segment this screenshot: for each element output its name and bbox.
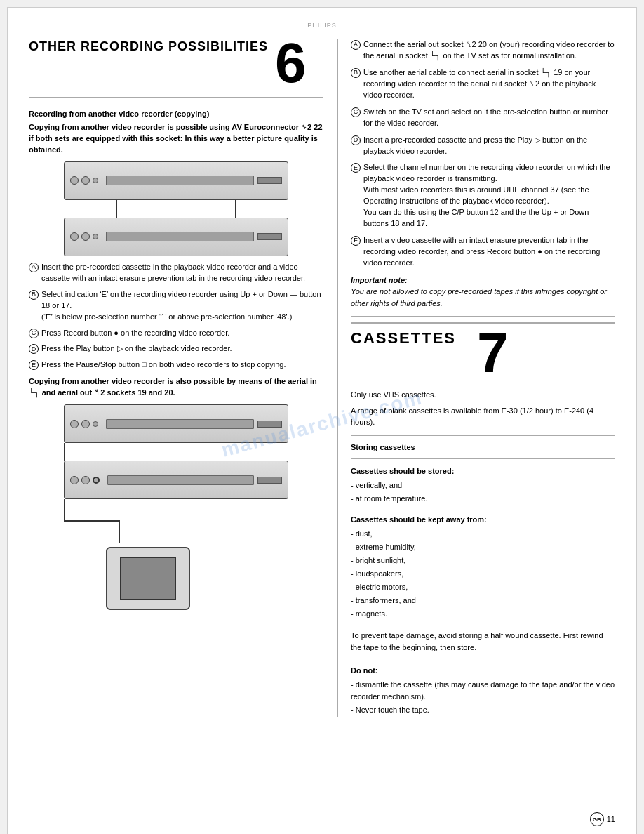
right-step-f-text: Insert a video cassette with an intact e…: [363, 235, 615, 269]
vcr-display: [106, 176, 254, 185]
vcr2-ind-1: [93, 421, 98, 427]
vcr2-display-2: [107, 475, 254, 485]
vcr-indicator: [93, 178, 98, 183]
donot-item-1: - dismantle the cassette (this may cause…: [351, 679, 615, 703]
bold-para-av: Copying from another video recorder is p…: [29, 122, 323, 156]
right-step-c-circle: C: [351, 107, 361, 117]
right-step-f-circle: F: [351, 236, 361, 246]
vcr-slot-2: [257, 233, 282, 240]
step-d-left: D Press the Play button ▷ on the playbac…: [29, 343, 323, 355]
important-note-text: You are not allowed to copy pre-recorded…: [351, 287, 607, 307]
away-item-6: - transformers, and: [351, 595, 615, 607]
tv-device: [106, 547, 190, 610]
divider-1: [29, 97, 323, 98]
page-number: 11: [607, 815, 615, 823]
step-a-circle: A: [29, 263, 39, 272]
right-step-f: F Insert a video cassette with an intact…: [351, 235, 615, 269]
cassettes-title: CASSETTES: [351, 329, 456, 348]
cable-right: [235, 200, 236, 218]
cassettes-intro-1: Only use VHS cassettes.: [351, 389, 615, 401]
page-footer: GB 11: [590, 812, 615, 826]
vcr-bottom: [64, 218, 288, 256]
tv-container: [85, 543, 323, 610]
right-step-e-text: Select the channel number on the recordi…: [363, 162, 615, 230]
cable-left: [116, 200, 117, 218]
storing-divider: [351, 435, 615, 436]
stored-item-2: - at room temperature.: [351, 493, 615, 505]
bold-para-aerial: Copying from another video recorder is a…: [29, 376, 323, 399]
step-b-text: Select indication ‘E’ on the recording v…: [41, 289, 323, 323]
vcr-display-2: [106, 232, 254, 241]
step-b-left: B Select indication ‘E’ on the recording…: [29, 289, 323, 323]
right-step-a-circle: A: [351, 40, 361, 50]
section-6-header: OTHER RECORDING POSSIBILITIES 6: [29, 39, 323, 87]
vcr2-knob-1: [70, 420, 79, 428]
right-step-a: A Connect the aerial out socket ␤2 20 on…: [351, 39, 615, 62]
two-column-layout: OTHER RECORDING POSSIBILITIES 6 Recordin…: [29, 39, 615, 717]
stored-item-1: - vertically, and: [351, 479, 615, 491]
storing-divider-2: [351, 458, 615, 459]
stored-list: - vertically, and - at room temperature.: [351, 479, 615, 505]
away-list: - dust, - extreme humidity, - bright sun…: [351, 528, 615, 620]
donot-list: - dismantle the cassette (this may cause…: [351, 679, 615, 716]
away-item-5: - electric motors,: [351, 581, 615, 593]
cable-down-2: [64, 499, 65, 520]
vcr-diagram-1: [29, 161, 323, 256]
vcr2-middle: [64, 461, 288, 499]
right-column: A Connect the aerial out socket ␤2 20 on…: [337, 39, 615, 717]
step-a-left: A Insert the pre-recorded cassette in th…: [29, 262, 323, 284]
away-item-7: - magnets.: [351, 608, 615, 620]
cassettes-divider-top: [351, 316, 615, 317]
vcr-knob-1: [70, 176, 79, 185]
vcr2-knob-4: [81, 476, 90, 484]
vcr2-slot-2: [257, 477, 282, 484]
stored-bold: Cassettes should be stored:: [351, 466, 615, 477]
step-c-left: C Press Record button ● on the recording…: [29, 328, 323, 339]
left-column: OTHER RECORDING POSSIBILITIES 6 Recordin…: [29, 39, 323, 717]
right-step-b-circle: B: [351, 68, 361, 78]
vcr-knob-4: [81, 232, 90, 241]
step-c-circle: C: [29, 329, 39, 338]
donot-item-2: - Never touch the tape.: [351, 704, 615, 716]
important-note: Important note: You are not allowed to c…: [351, 274, 615, 310]
vcr-diagram-2: [29, 404, 323, 610]
tv-screen: [120, 557, 176, 600]
away-item-4: - loudspeakers,: [351, 568, 615, 580]
step-c-text: Press Record button ● on the recording v…: [41, 328, 323, 339]
vcr2-knob-2: [81, 420, 90, 428]
prevent-para: To prevent tape damage, avoid storing a …: [351, 630, 615, 653]
right-step-b-text: Use another aerial cable to connect aeri…: [363, 67, 615, 101]
right-step-d: D Insert a pre-recorded cassette and pre…: [351, 135, 615, 157]
away-bold: Cassettes should be kept away from:: [351, 515, 615, 526]
vcr2-slot-1: [257, 421, 282, 428]
storing-title: Storing cassettes: [351, 443, 615, 451]
subsection-copying-title: Recording from another video recorder (c…: [29, 105, 323, 118]
vcr2-knob-3: [70, 476, 79, 484]
vcr-top: [64, 161, 288, 200]
step-d-circle: D: [29, 344, 39, 354]
page-header: PHILIPS: [29, 22, 615, 32]
cassettes-intro-2: A range of blank cassettes is available …: [351, 405, 615, 428]
cable-tv-area: [29, 499, 323, 543]
cassettes-section: CASSETTES 7 Only use VHS cassettes. A ra…: [351, 316, 615, 716]
vcr-knob-3: [70, 232, 79, 241]
right-step-c: C Switch on the TV set and select on it …: [351, 107, 615, 129]
cable-area-2: [29, 443, 323, 461]
away-item-2: - extreme humidity,: [351, 541, 615, 553]
section-6-number: 6: [275, 39, 307, 87]
donot-bold: Do not:: [351, 666, 615, 677]
vcr2-top: [64, 404, 288, 443]
right-step-c-text: Switch on the TV set and select on it th…: [363, 107, 615, 129]
step-e-left: E Press the Pause/Stop button □ on both …: [29, 359, 323, 371]
right-step-b: B Use another aerial cable to connect ae…: [351, 67, 615, 101]
step-b-circle: B: [29, 290, 39, 300]
cable-horizontal: [64, 520, 120, 522]
vcr2-ind-2: [93, 477, 100, 484]
section-6-title: OTHER RECORDING POSSIBILITIES: [29, 39, 268, 54]
page: manualarchive.com PHILIPS OTHER RECORDIN…: [7, 7, 637, 834]
cable-down-1: [64, 443, 65, 461]
important-note-title: Important note:: [351, 276, 408, 284]
gb-badge: GB: [590, 812, 604, 826]
cable-down-3: [119, 522, 120, 543]
cassettes-header: CASSETTES 7: [351, 322, 615, 377]
